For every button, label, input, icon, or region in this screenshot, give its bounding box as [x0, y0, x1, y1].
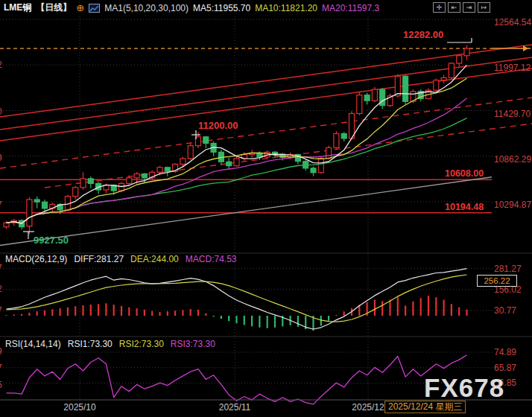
- fit-right-icon[interactable]: ⇥: [463, 2, 475, 13]
- rsi-y-label: 65.87: [494, 363, 516, 373]
- main-y-label: 10294.87: [494, 200, 531, 210]
- month-label: 2025/11: [219, 402, 251, 413]
- annotation-swing-low: 9927.50: [34, 235, 69, 246]
- macd-dea-label: DEA:244.00: [130, 254, 179, 264]
- annotation-high-price: 12282.00: [403, 29, 443, 40]
- candle-down: [88, 179, 93, 183]
- rsi2-label: RSI2:73.30: [119, 339, 164, 349]
- chart-window: LME铜 【日线】 ⊕ MA1(5,10,20,30,100) MA5:1195…: [0, 0, 532, 417]
- macd-y-label: 30.77: [494, 305, 516, 316]
- candle-up: [157, 168, 162, 172]
- main-y-label: 11429.70: [494, 109, 531, 119]
- candle-down: [341, 133, 346, 138]
- candle-down: [203, 137, 209, 144]
- crosshair-icon[interactable]: ✛: [433, 2, 446, 13]
- candle-up: [180, 159, 186, 165]
- candle-up: [27, 200, 32, 226]
- candle-up: [357, 95, 362, 114]
- clipped-left-axis-digit: 7: [0, 363, 2, 373]
- candle-down: [34, 200, 39, 202]
- candle-up: [334, 133, 339, 147]
- candle-down: [42, 202, 48, 208]
- rsi-line: [7, 355, 467, 404]
- ma10-value-label: MA10:11821.20: [255, 3, 317, 13]
- clipped-left-axis-digit: 7: [0, 200, 2, 210]
- clipped-left-axis-digit: 0: [0, 106, 2, 117]
- month-label: 2025/12: [352, 402, 384, 413]
- candle-down: [380, 89, 385, 106]
- macd-current-value-box: 256.22: [477, 275, 517, 287]
- period-label[interactable]: 【日线】: [36, 1, 72, 14]
- clipped-left-axis-digit: 5: [0, 380, 2, 390]
- chart-toolbar: ✛ ⇤ ⇥ ↦: [433, 2, 490, 13]
- candle-down: [227, 162, 232, 165]
- macd-y-label: 281.27: [494, 264, 522, 274]
- candle-down: [142, 174, 147, 177]
- candle-up: [326, 147, 332, 158]
- chart-type-icon[interactable]: [89, 4, 100, 13]
- candle-up: [127, 178, 132, 184]
- candle-down: [364, 95, 370, 101]
- add-indicator-icon[interactable]: ⊕: [76, 3, 84, 13]
- candle-up: [457, 56, 462, 63]
- candle-up: [134, 174, 139, 177]
- candle-up: [464, 48, 469, 56]
- annotation-support-10194: 10194.48: [445, 202, 484, 212]
- candle-up: [188, 146, 193, 159]
- clipped-left-axis-digit: 7: [0, 263, 2, 273]
- candle-down: [257, 153, 262, 156]
- candle-up: [395, 76, 400, 95]
- candle-up: [80, 179, 86, 188]
- candle-up: [119, 183, 124, 191]
- candle-up: [4, 223, 9, 226]
- candle-down: [311, 168, 316, 173]
- ma20-value-label: MA20:11597.3: [322, 3, 379, 13]
- clipped-left-axis-digit: 2: [0, 284, 2, 294]
- current-price-arrow: [523, 45, 528, 51]
- candle-down: [165, 168, 170, 171]
- rsi-panel-header: RSI(14,14,14) RSI1:73.30 RSI2:73.30 RSI3…: [5, 339, 215, 349]
- candle-up: [73, 188, 78, 197]
- main-y-label: 12564.54: [494, 17, 531, 28]
- clipped-left-axis-digit: 7: [0, 305, 2, 316]
- watermark: FX678: [424, 373, 504, 403]
- macd-panel-header: MACD(26,12,9) DIFF:281.27 DEA:244.00 MAC…: [5, 254, 237, 264]
- clipped-left-axis-digit: 2: [0, 60, 2, 70]
- annotation-support-10608: 10608.00: [445, 168, 484, 179]
- clipped-left-axis-digit: 9: [0, 346, 2, 357]
- main-y-label: 10862.29: [494, 154, 531, 165]
- candle-up: [449, 63, 454, 77]
- main-y-label: 11997.12: [494, 63, 531, 73]
- rsi-title: RSI(14,14,14): [5, 339, 61, 349]
- candle-up: [441, 77, 446, 80]
- candle-up: [372, 89, 377, 101]
- month-label: 2025/10: [63, 402, 95, 413]
- macd-value-label: MACD:74.53: [186, 254, 237, 264]
- macd-title: MACD(26,12,9): [5, 254, 67, 264]
- annotation-swing-high: 11200.00: [198, 120, 238, 131]
- macd-diff-label: DIFF:281.27: [74, 254, 124, 264]
- symbol-name: LME铜: [4, 1, 31, 14]
- fit-left-icon[interactable]: ⇤: [448, 2, 460, 13]
- clipped-left-axis-digit: 9: [0, 153, 2, 163]
- ma-settings-label: MA1(5,10,20,30,100): [104, 3, 189, 13]
- candle-up: [434, 80, 439, 90]
- pan-right-icon[interactable]: ↦: [478, 2, 490, 13]
- rsi1-label: RSI1:73.30: [68, 339, 113, 349]
- candle-up: [318, 158, 323, 172]
- candle-down: [403, 76, 408, 101]
- candle-up: [234, 159, 239, 166]
- rsi-y-label: 74.89: [494, 347, 516, 357]
- rsi3-label: RSI3:73.30: [171, 339, 215, 349]
- ma5-value-label: MA5:11955.70: [193, 3, 250, 13]
